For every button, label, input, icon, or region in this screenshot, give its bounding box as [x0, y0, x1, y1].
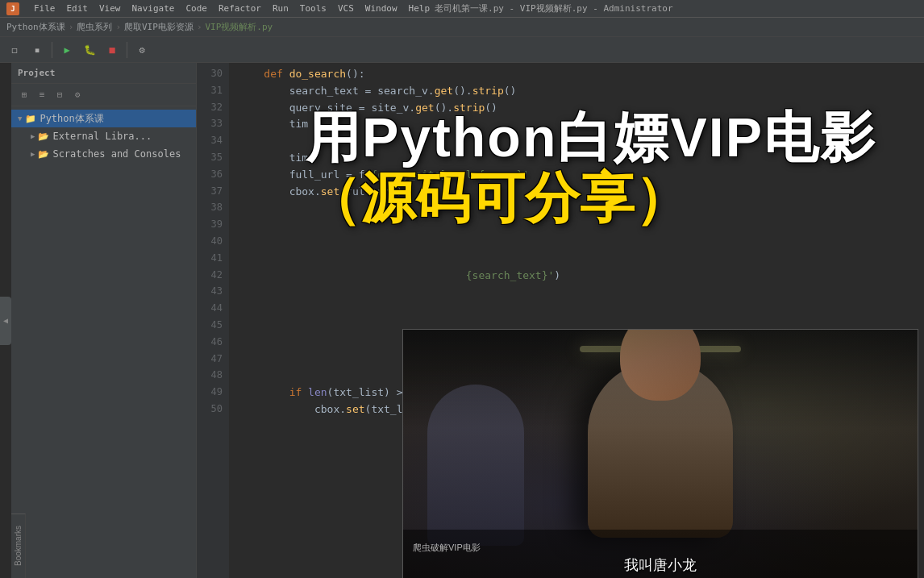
folder-icon: 📁: [25, 114, 36, 124]
nav-fwd-btn[interactable]: ▪: [27, 40, 47, 60]
debug-btn[interactable]: 🐛: [80, 40, 99, 60]
folder-icon-3: 📂: [38, 149, 49, 160]
tree-item-external-lib[interactable]: ▶ 📂 External Libra...: [11, 127, 196, 145]
tree-label: Python体系课: [40, 112, 103, 126]
video-watermark: 爬虫破解VIP电影: [413, 542, 908, 554]
code-line-40: [239, 234, 914, 251]
code-line-39: [239, 217, 914, 234]
menu-window[interactable]: Window: [360, 2, 402, 15]
bookmarks-tab[interactable]: Bookmarks: [11, 514, 26, 578]
app-window: J File Edit View Navigate Code Refactor …: [0, 0, 924, 578]
sidebar-collapse-btn[interactable]: ◀: [0, 297, 11, 345]
code-editor[interactable]: 30 31 32 33 34 35 36 37 38 39 40 41 42 4…: [197, 63, 924, 578]
menu-refactor[interactable]: Refactor: [214, 2, 266, 15]
breadcrumb: Python体系课 › 爬虫系列 › 爬取VIP电影资源 › VIP视频解析.p…: [0, 18, 924, 37]
expand-arrow-3: ▶: [31, 150, 35, 158]
chevron-left-icon: ◀: [3, 316, 8, 325]
breadcrumb-1[interactable]: Python体系课: [6, 21, 65, 33]
bookmarks-label: Bookmarks: [14, 526, 23, 566]
settings-btn[interactable]: ⚙: [132, 40, 152, 60]
code-line-37: cbox.set(full_url): [239, 184, 914, 201]
code-line-31: search_text = search_v.get().strip(): [239, 83, 914, 100]
video-subtitle: 我叫唐小龙: [413, 555, 908, 575]
sidebar-tool-4[interactable]: ⚙: [69, 87, 85, 103]
menu-navigate[interactable]: Navigate: [127, 2, 180, 15]
menu-run[interactable]: Run: [268, 2, 293, 15]
code-line-30: def do_search():: [239, 66, 914, 83]
video-frame: 爬虫破解VIP电影 我叫唐小龙: [403, 330, 918, 578]
project-tree: ▼ 📁 Python体系课 ▶ 📂 External Libra... ▶ 📂 …: [11, 106, 196, 578]
tree-label-3: Scratches and Consoles: [52, 148, 181, 160]
code-line-35: tim: [239, 150, 914, 167]
sidebar-tool-1[interactable]: ⊞: [16, 87, 32, 103]
breadcrumb-3[interactable]: 爬取VIP电影资源: [124, 21, 194, 33]
breadcrumb-2[interactable]: 爬虫系列: [77, 21, 112, 33]
code-line-44: [239, 301, 914, 318]
menu-view[interactable]: View: [94, 2, 126, 15]
app-icon: J: [6, 2, 19, 15]
sidebar-tool-3[interactable]: ⊟: [52, 87, 68, 103]
menu-bar: File Edit View Navigate Code Refactor Ru…: [29, 2, 435, 15]
project-sidebar: Project ⊞ ≡ ⊟ ⚙ ▼ 📁 Python体系课 ▶ 📂 Extern…: [11, 63, 197, 578]
tree-item-scratches[interactable]: ▶ 📂 Scratches and Consoles: [11, 145, 196, 163]
sidebar-header: Project: [11, 63, 196, 84]
nav-back-btn[interactable]: ◻: [5, 40, 24, 60]
code-line-41: [239, 251, 914, 268]
menu-edit[interactable]: Edit: [62, 2, 94, 15]
stop-btn[interactable]: ■: [102, 40, 122, 60]
code-line-42: {search_text}'): [239, 268, 914, 285]
code-line-43: [239, 284, 914, 301]
video-subtitle-area: 爬虫破解VIP电影 我叫唐小龙: [403, 530, 918, 578]
folder-icon-2: 📂: [38, 131, 49, 142]
expand-arrow: ▼: [18, 114, 22, 123]
menu-vcs[interactable]: VCS: [333, 2, 359, 15]
run-btn[interactable]: ▶: [57, 40, 77, 60]
breadcrumb-4[interactable]: VIP视频解析.py: [206, 21, 273, 33]
title-bar: J File Edit View Navigate Code Refactor …: [0, 0, 924, 18]
line-numbers: 30 31 32 33 34 35 36 37 38 39 40 41 42 4…: [197, 63, 229, 578]
menu-code[interactable]: Code: [181, 2, 212, 15]
body-area: ◀ Project ⊞ ≡ ⊟ ⚙ ▼ 📁 Python体系课 ▶ 📂: [0, 63, 924, 578]
toolbar: ◻ ▪ ▶ 🐛 ■ ⚙: [0, 37, 924, 63]
code-line-34: [239, 133, 914, 150]
sidebar-tool-2[interactable]: ≡: [34, 87, 50, 103]
expand-arrow-2: ▶: [31, 132, 35, 140]
code-line-36: full_url = f'{query_site}?url={query}': [239, 167, 914, 184]
video-thumbnail: 爬虫破解VIP电影 我叫唐小龙: [402, 329, 918, 578]
menu-help[interactable]: Help: [404, 2, 435, 15]
code-line-32: query_site = site_v.get().strip(): [239, 100, 914, 117]
tree-item-python-course[interactable]: ▼ 📁 Python体系课: [11, 110, 196, 127]
code-line-33: tim: [239, 116, 914, 133]
tree-label-2: External Libra...: [52, 131, 152, 142]
menu-file[interactable]: File: [29, 2, 60, 15]
menu-tools[interactable]: Tools: [295, 2, 331, 15]
title-bar-left: J File Edit View Navigate Code Refactor …: [6, 2, 435, 15]
code-line-38: [239, 200, 914, 217]
sidebar-toolbar: ⊞ ≡ ⊟ ⚙: [11, 84, 196, 106]
window-title: 老司机第一课.py - VIP视频解析.py - Administrator: [435, 2, 672, 15]
